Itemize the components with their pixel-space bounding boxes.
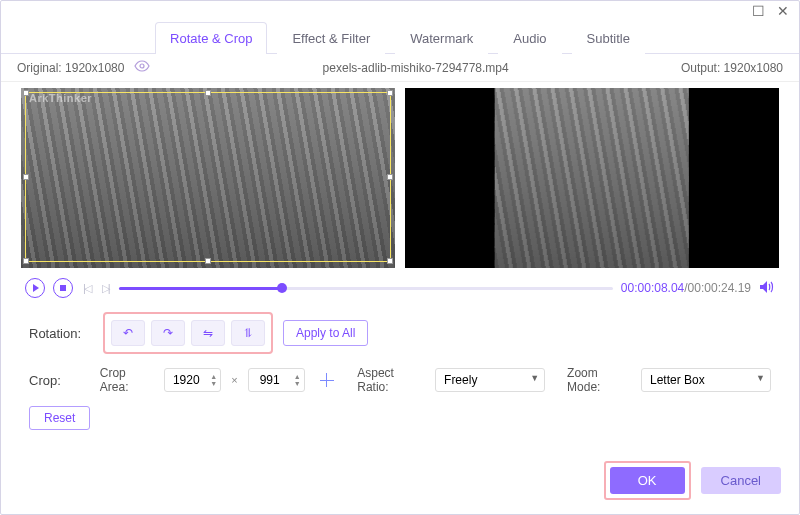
crop-handle-tl[interactable]	[23, 90, 29, 96]
tab-watermark[interactable]: Watermark	[395, 22, 488, 54]
time-current: 00:00:08.04	[621, 281, 684, 295]
close-icon[interactable]: ✕	[777, 3, 789, 19]
rotation-label: Rotation:	[29, 326, 93, 341]
prev-frame-button[interactable]: |◁	[81, 282, 92, 295]
preview-original[interactable]: ArkThinker	[21, 88, 395, 268]
next-frame-button[interactable]: ▷|	[100, 282, 111, 295]
crop-width-spinner[interactable]: ▲▼	[207, 373, 220, 387]
maximize-icon[interactable]: ☐	[752, 3, 765, 19]
crop-handle-t[interactable]	[205, 90, 211, 96]
filename-label: pexels-adlib-mishiko-7294778.mp4	[150, 61, 680, 75]
crop-handle-l[interactable]	[23, 174, 29, 180]
crop-height-spinner[interactable]: ▲▼	[291, 373, 304, 387]
rotation-button-group: ↶ ↷ ⇋ ⥮	[103, 312, 273, 354]
seek-track[interactable]	[119, 287, 613, 290]
tab-subtitle[interactable]: Subtitle	[572, 22, 645, 54]
reset-button[interactable]: Reset	[29, 406, 90, 430]
playback-bar: |◁ ▷| 00:00:08.04/00:00:24.19	[1, 272, 799, 302]
crop-handle-r[interactable]	[387, 174, 393, 180]
crop-handle-tr[interactable]	[387, 90, 393, 96]
crop-label: Crop:	[29, 373, 90, 388]
footer-buttons: OK Cancel	[604, 461, 781, 500]
seek-thumb[interactable]	[277, 283, 287, 293]
crop-handle-bl[interactable]	[23, 258, 29, 264]
preview-output	[405, 88, 779, 268]
crop-width-input[interactable]	[165, 373, 207, 387]
crop-handle-b[interactable]	[205, 258, 211, 264]
aspect-ratio-select[interactable]: Freely	[435, 368, 545, 392]
cancel-button[interactable]: Cancel	[701, 467, 781, 494]
ok-highlight: OK	[604, 461, 691, 500]
zoom-mode-select[interactable]: Letter Box	[641, 368, 771, 392]
titlebar: ☐ ✕	[1, 1, 799, 21]
crop-height-input[interactable]	[249, 373, 291, 387]
crop-area-label: Crop Area:	[100, 366, 154, 394]
tab-rotate-crop[interactable]: Rotate & Crop	[155, 22, 267, 54]
stop-button[interactable]	[53, 278, 73, 298]
tab-effect-filter[interactable]: Effect & Filter	[277, 22, 385, 54]
crop-width-field[interactable]: ▲▼	[164, 368, 221, 392]
output-label: Output: 1920x1080	[681, 61, 783, 75]
ok-button[interactable]: OK	[610, 467, 685, 494]
time-display: 00:00:08.04/00:00:24.19	[621, 281, 751, 295]
seek-fill	[119, 287, 282, 290]
play-button[interactable]	[25, 278, 45, 298]
zoom-mode-label: Zoom Mode:	[567, 366, 631, 394]
video-frame-output	[495, 88, 689, 268]
dimensions-x: ×	[231, 374, 237, 386]
crop-height-field[interactable]: ▲▼	[248, 368, 305, 392]
original-label: Original: 1920x1080	[17, 61, 124, 75]
info-bar: Original: 1920x1080 pexels-adlib-mishiko…	[1, 54, 799, 82]
time-total: /00:00:24.19	[684, 281, 751, 295]
crop-selection[interactable]	[25, 92, 391, 262]
tab-audio[interactable]: Audio	[498, 22, 561, 54]
flip-vertical-button[interactable]: ⥮	[231, 320, 265, 346]
aspect-ratio-label: Aspect Ratio:	[357, 366, 425, 394]
svg-point-0	[140, 64, 144, 68]
rotate-ccw-button[interactable]: ↶	[111, 320, 145, 346]
preview-area: ArkThinker	[1, 82, 799, 272]
rotate-cw-button[interactable]: ↷	[151, 320, 185, 346]
crop-handle-br[interactable]	[387, 258, 393, 264]
flip-horizontal-button[interactable]: ⇋	[191, 320, 225, 346]
apply-to-all-button[interactable]: Apply to All	[283, 320, 368, 346]
controls-panel: Rotation: ↶ ↷ ⇋ ⥮ Apply to All Crop: Cro…	[1, 302, 799, 452]
preview-eye-icon[interactable]	[134, 60, 150, 75]
center-crop-icon[interactable]	[315, 368, 340, 392]
volume-icon[interactable]	[759, 280, 775, 297]
tab-bar: Rotate & Crop Effect & Filter Watermark …	[1, 21, 799, 54]
editor-window: ☐ ✕ Rotate & Crop Effect & Filter Waterm…	[0, 0, 800, 515]
